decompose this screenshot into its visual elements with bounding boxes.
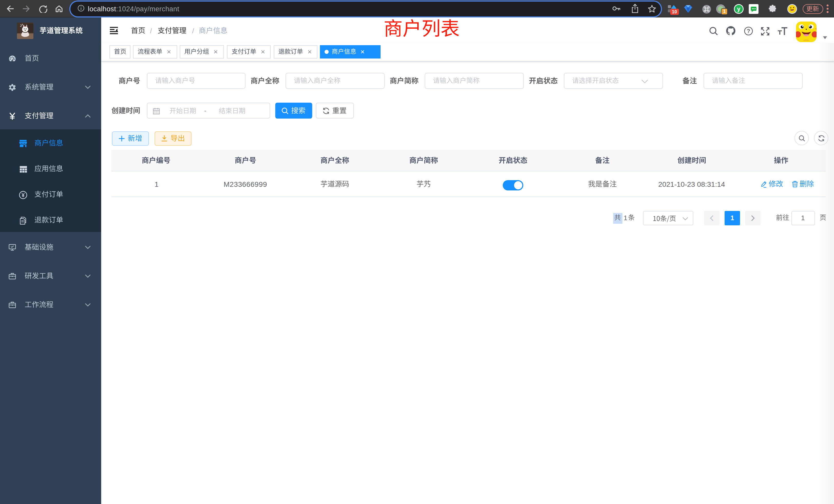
svg-text:y: y [737,6,741,12]
